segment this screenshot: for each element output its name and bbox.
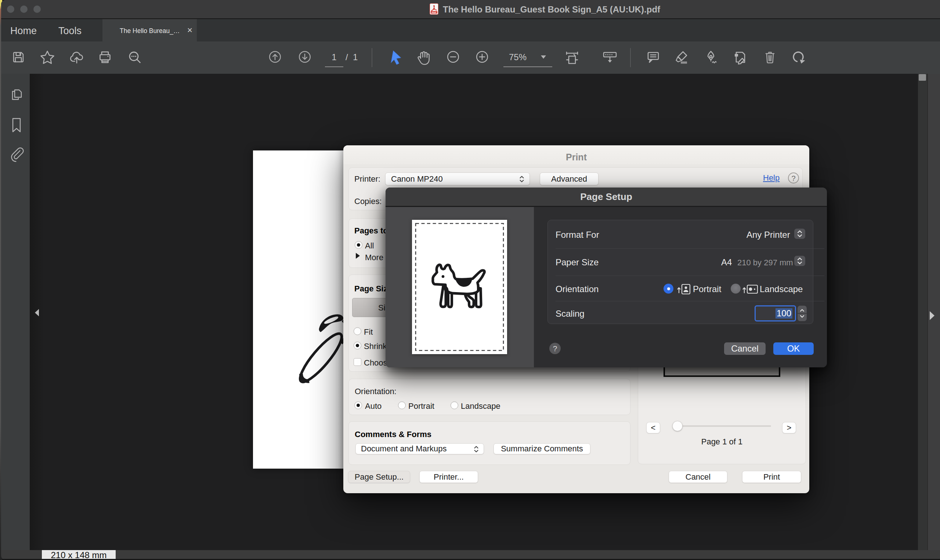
svg-text:PDF: PDF xyxy=(432,11,436,14)
